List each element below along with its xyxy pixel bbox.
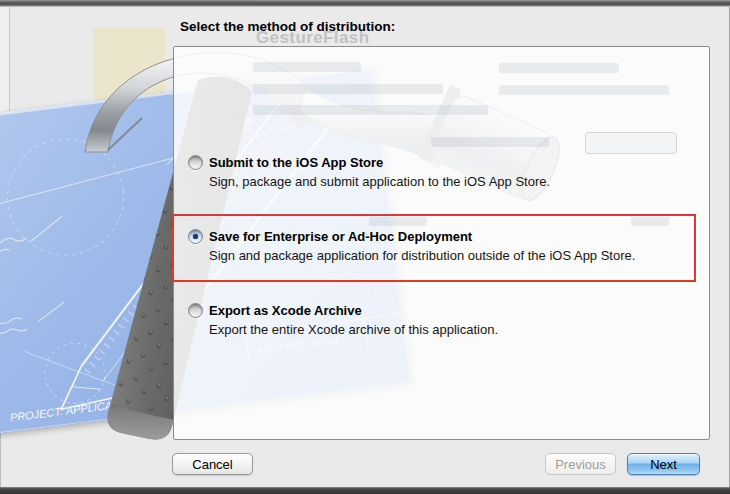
ghost-button bbox=[585, 132, 677, 154]
window-bottom-edge bbox=[0, 487, 730, 494]
blueprint-project-label: PROJECT: APPLICATION.APP bbox=[9, 393, 163, 424]
ghost-row bbox=[499, 85, 669, 95]
radio-export-xcode-archive[interactable] bbox=[188, 303, 203, 318]
option-label: Submit to the iOS App Store bbox=[209, 154, 550, 172]
option-description: Export the entire Xcode archive of this … bbox=[209, 320, 498, 339]
ghost-row bbox=[253, 84, 443, 94]
dialog-title: Select the method of distribution: bbox=[180, 19, 395, 34]
ghost-row bbox=[499, 63, 619, 73]
ghost-row bbox=[253, 62, 361, 72]
ghost-row bbox=[253, 105, 488, 115]
window-top-edge bbox=[0, 0, 730, 7]
next-button[interactable]: Next bbox=[627, 453, 700, 475]
cancel-button[interactable]: Cancel bbox=[172, 453, 253, 475]
option-submit-app-store[interactable]: Submit to the iOS App Store Sign, packag… bbox=[188, 154, 550, 191]
previous-button[interactable]: Previous bbox=[545, 453, 616, 475]
xcode-distribution-dialog: GestureFlash bbox=[0, 0, 730, 494]
radio-submit-app-store[interactable] bbox=[188, 155, 203, 170]
highlight-rectangle bbox=[172, 214, 696, 282]
option-label: Export as Xcode Archive bbox=[209, 302, 498, 320]
option-description: Sign, package and submit application to … bbox=[209, 172, 550, 191]
ghost-row bbox=[431, 137, 549, 147]
background-window-seam bbox=[0, 7, 10, 123]
option-export-xcode-archive[interactable]: Export as Xcode Archive Export the entir… bbox=[188, 302, 498, 339]
